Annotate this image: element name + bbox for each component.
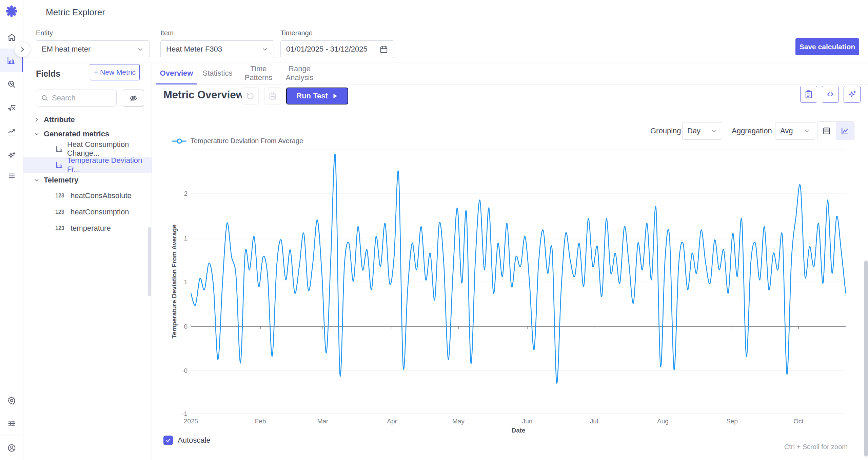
entity-value: EM heat meter [42, 45, 137, 54]
sidebar-item-trends[interactable] [0, 122, 23, 141]
section-divider [152, 112, 868, 112]
tab-range-analysis[interactable]: Range Analysis [279, 63, 320, 84]
sidebar-item-menu[interactable] [0, 166, 23, 185]
page-scrollbar[interactable] [864, 261, 868, 457]
x-tick-label: Oct [793, 418, 804, 425]
legend-label: Temperature Deviation From Average [191, 137, 303, 145]
item-label: Item [160, 29, 274, 37]
line-chart-icon [840, 126, 850, 136]
number-type-icon: 123 [55, 193, 66, 199]
sidebar-item-explore[interactable] [0, 75, 23, 94]
view-toggle [817, 121, 854, 140]
toggle-visibility-button[interactable] [123, 90, 144, 107]
fields-panel-title: Fields [36, 69, 60, 79]
menu-icon [7, 171, 16, 180]
tree-group-label: Attribute [44, 115, 75, 124]
sidebar-expand-button[interactable] [14, 41, 30, 57]
tree-item-label: heatConsAbsolute [71, 191, 132, 200]
y-tick-label: 0 [184, 323, 188, 330]
grouping-value: Day [687, 127, 710, 135]
reset-button[interactable] [242, 88, 259, 104]
aggregation-select[interactable]: Avg [775, 122, 815, 140]
search-icon [41, 94, 48, 102]
calendar-icon [379, 45, 388, 54]
tree-item-label: Temperature Deviation Fr... [67, 156, 152, 174]
tab-time-patterns[interactable]: Time Patterns [238, 63, 279, 84]
tree-item-temperature-deviation[interactable]: Temperature Deviation Fr... [23, 157, 152, 173]
sidebar-divider [0, 436, 23, 436]
zoom-hint: Ctrl + Scroll for zoom [784, 443, 848, 451]
account-icon [7, 443, 16, 453]
run-test-label: Run Test [296, 92, 328, 100]
bar-chart-icon [6, 56, 16, 65]
ai-assistant-button[interactable] [844, 86, 861, 103]
x-tick-label: May [452, 418, 465, 425]
filter-bar: Entity EM heat meter Item Heat Meter F30… [23, 25, 868, 62]
x-tick-label: Sep [726, 418, 738, 425]
item-select[interactable]: Heat Meter F303 [160, 40, 274, 58]
grouping-label: Grouping [650, 122, 681, 140]
chart-canvas[interactable]: 2 1 1 0 -0 -1 Temperature Deviation From… [152, 146, 868, 444]
top-header: Metric Explorer [0, 0, 868, 25]
sparkles-icon [7, 151, 16, 160]
page-title: Metric Explorer [46, 7, 105, 18]
chart-view-button[interactable] [836, 122, 854, 140]
autoscale-checkbox[interactable] [163, 436, 173, 445]
fields-panel-scrollbar[interactable] [148, 227, 151, 296]
table-icon [822, 126, 831, 136]
timerange-label: Timerange [280, 29, 394, 37]
tree-item-heat-consumption-change[interactable]: Heat Consumption Change... [23, 141, 152, 157]
chevron-down-icon [710, 128, 717, 134]
chevron-down-icon [803, 128, 810, 134]
new-metric-button[interactable]: + New Metric [90, 64, 140, 80]
sidebar-item-settings[interactable] [0, 391, 23, 410]
home-icon [7, 33, 16, 42]
tree-group-generated-metrics[interactable]: Generated metrics [23, 127, 152, 141]
app-logo-icon[interactable] [5, 5, 18, 18]
tree-item-temperature[interactable]: 123 temperature [23, 220, 152, 236]
timerange-input[interactable]: 01/01/2025 - 31/12/2025 [280, 40, 394, 58]
sidebar-item-account[interactable] [0, 438, 23, 457]
formula-sqrt-icon [7, 103, 16, 113]
grouping-select[interactable]: Day [682, 122, 722, 140]
sliders-icon [7, 419, 16, 428]
table-view-button[interactable] [817, 122, 836, 140]
tree-group-attribute[interactable]: Attribute [23, 112, 152, 127]
check-icon [165, 437, 171, 443]
save-metric-button[interactable] [264, 88, 281, 104]
aggregation-label: Aggregation [732, 122, 772, 140]
chevron-down-icon [261, 46, 268, 53]
tab-overview[interactable]: Overview [156, 63, 197, 84]
y-tick-label: 1 [184, 235, 188, 242]
x-tick-label: Aug [657, 418, 669, 425]
sidebar-item-ai[interactable] [0, 146, 23, 165]
fields-panel: Fields + New Metric Attribute Generated … [23, 63, 152, 460]
run-test-button[interactable]: Run Test [286, 88, 348, 104]
tree-group-label: Generated metrics [44, 130, 109, 138]
entity-select[interactable]: EM heat meter [36, 40, 150, 58]
tree-item-heatconsabsolute[interactable]: 123 heatConsAbsolute [23, 188, 152, 204]
save-icon [268, 91, 277, 101]
tree-item-label: temperature [71, 224, 111, 233]
eye-off-icon [129, 94, 138, 103]
x-tick-label: Jun [522, 418, 533, 425]
search-input[interactable] [52, 94, 112, 102]
entity-filter: Entity EM heat meter [36, 29, 150, 58]
number-type-icon: 123 [55, 209, 66, 215]
code-button[interactable] [822, 86, 839, 103]
tree-group-telemetry[interactable]: Telemetry [23, 173, 152, 188]
sidebar-item-formulas[interactable] [0, 98, 23, 117]
save-calculation-button[interactable]: Save calculation [795, 38, 859, 55]
tab-statistics[interactable]: Statistics [197, 63, 238, 84]
tree-item-heatconsumption[interactable]: 123 heatConsumption [23, 204, 152, 220]
section-title: Metric Overview [163, 89, 244, 101]
x-axis-title: Date [511, 427, 525, 434]
fields-search [36, 90, 117, 107]
clipboard-icon [804, 90, 813, 99]
chart-legend[interactable]: Temperature Deviation From Average [172, 137, 303, 145]
sidebar-item-preferences[interactable] [0, 414, 23, 433]
report-button[interactable] [800, 86, 817, 103]
chevron-right-icon [34, 117, 40, 123]
y-tick-label: 2 [184, 190, 188, 197]
timerange-filter: Timerange 01/01/2025 - 31/12/2025 [280, 29, 394, 58]
